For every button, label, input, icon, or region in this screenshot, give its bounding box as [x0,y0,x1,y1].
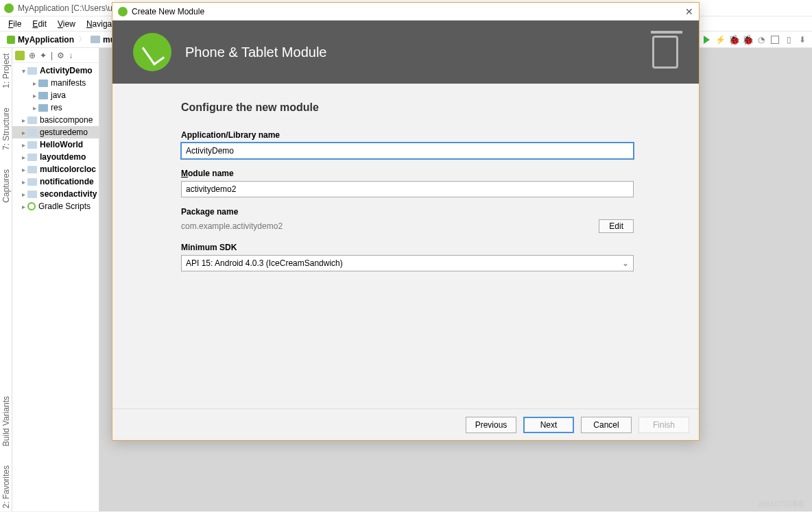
banner-title: Phone & Tablet Module [185,45,326,60]
package-name-label: Package name [181,207,630,217]
run-icon[interactable] [701,34,712,45]
tree-item[interactable]: basiccompone [12,114,99,126]
dialog-heading: Configure the new module [181,101,630,114]
tree-item[interactable]: multicolorcloc [12,163,99,175]
menu-view[interactable]: View [52,18,81,30]
app-icon [4,3,14,13]
coverage-icon[interactable]: 🐞 [742,34,753,45]
apply-changes-icon[interactable]: ⚡ [715,34,726,45]
min-sdk-label: Minimum SDK [181,243,630,252]
tree-item[interactable]: res [12,101,99,114]
app-name-input[interactable] [181,143,634,159]
side-tab-captures[interactable]: Captures [1,167,12,206]
avd-icon[interactable]: ▯ [783,34,794,45]
tree-item[interactable]: HelloWorld [12,138,99,151]
edit-package-button[interactable]: Edit [599,219,634,233]
project-panel: ⊕ ✦ | ⚙ ↓ ActivityDemomanifestsjavaresba… [12,48,99,511]
toolbar-new-icon[interactable]: ⊕ [29,51,36,60]
side-tab-structure[interactable]: 7: Structure [1,105,12,153]
tree-item[interactable]: java [12,89,99,101]
dialog-banner: Phone & Tablet Module [112,21,699,84]
finish-button: Finish [638,417,689,433]
side-tab-strip: 1: Project 7: Structure Captures Build V… [0,48,12,511]
tree-item[interactable]: notificationde [12,175,99,188]
tree-item[interactable]: manifests [12,77,99,89]
package-name-text: com.example.activitydemo2 [181,221,599,231]
device-icon [652,36,678,69]
tree-item[interactable]: Gradle Scripts [12,200,99,212]
menu-file[interactable]: File [3,18,27,30]
cancel-button[interactable]: Cancel [581,417,632,433]
profiler-icon[interactable]: ◔ [756,34,767,45]
module-name-label: Module name [181,169,630,178]
project-tree: ActivityDemomanifestsjavaresbasiccompone… [12,63,99,214]
tree-item[interactable]: gesturedemo [12,126,99,138]
project-toolbar: ⊕ ✦ | ⚙ ↓ [12,48,99,63]
sdk-icon[interactable]: ⬇ [797,34,808,45]
create-module-dialog: Create New Module ✕ Phone & Tablet Modul… [112,2,700,441]
side-tab-build-variants[interactable]: Build Variants [1,393,12,449]
dialog-title-bar: Create New Module ✕ [112,3,699,21]
module-type-icon [133,33,171,71]
dialog-title: Create New Module [132,7,204,16]
tree-item[interactable]: layoutdemo [12,151,99,163]
android-icon[interactable] [15,51,25,60]
module-name-input[interactable] [181,181,634,197]
breadcrumb-separator: 〉 [77,34,88,45]
chevron-down-icon: ⌄ [622,258,629,268]
tree-item[interactable]: ActivityDemo [12,64,99,77]
close-icon[interactable]: ✕ [685,6,693,17]
previous-button[interactable]: Previous [466,417,516,433]
app-name-label: Application/Library name [181,130,630,140]
side-tab-favorites[interactable]: 2: Favorites [1,463,12,511]
collapse-icon[interactable]: ↓ [69,51,73,60]
dialog-footer: Previous Next Cancel Finish [112,409,699,440]
gear-icon[interactable]: ⚙ [57,51,64,60]
next-button[interactable]: Next [523,417,574,433]
stop-icon [769,34,780,45]
min-sdk-value: API 15: Android 4.0.3 (IceCreamSandwich) [186,258,343,268]
tree-item[interactable]: secondactivity [12,188,99,200]
menu-edit[interactable]: Edit [27,18,52,30]
debug-icon[interactable]: 🐞 [728,34,739,45]
dialog-icon [118,7,128,16]
min-sdk-dropdown[interactable]: API 15: Android 4.0.3 (IceCreamSandwich)… [181,255,634,271]
breadcrumb-item[interactable]: MyApplication [4,35,77,45]
watermark: @51CTO博客 [759,499,805,509]
side-tab-project[interactable]: 1: Project [1,51,12,91]
toolbar-locate-icon[interactable]: ✦ [40,51,47,60]
